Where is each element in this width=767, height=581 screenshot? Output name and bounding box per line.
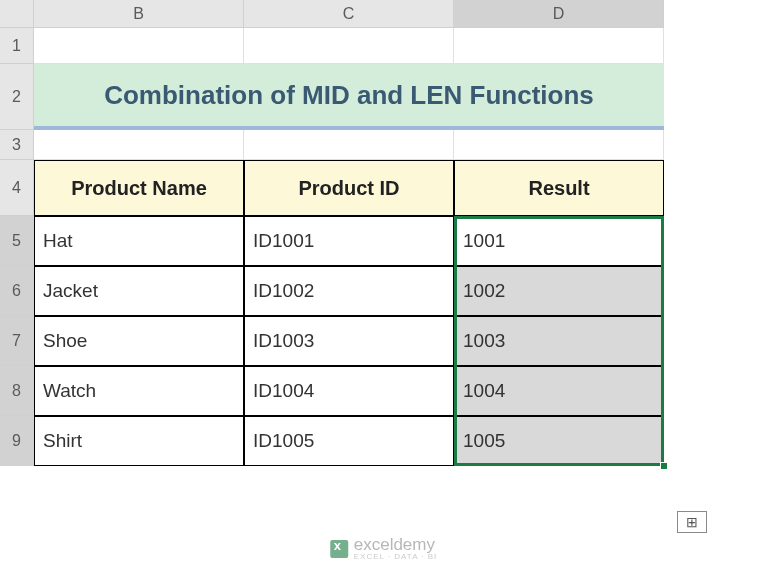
cell-result-4[interactable]: 1005 [454,416,664,466]
row-header-6[interactable]: 6 [0,266,34,316]
header-result[interactable]: Result [454,160,664,216]
row-header-7[interactable]: 7 [0,316,34,366]
row-header-5[interactable]: 5 [0,216,34,266]
row-header-1[interactable]: 1 [0,28,34,64]
row-header-9[interactable]: 9 [0,416,34,466]
watermark-text: exceldemy [354,536,438,553]
row-header-4[interactable]: 4 [0,160,34,216]
cell-d1[interactable] [454,28,664,64]
row-header-8[interactable]: 8 [0,366,34,416]
cell-result-2[interactable]: 1003 [454,316,664,366]
cell-product-id-0[interactable]: ID1001 [244,216,454,266]
header-product-name[interactable]: Product Name [34,160,244,216]
header-product-id[interactable]: Product ID [244,160,454,216]
col-header-d[interactable]: D [454,0,664,28]
cell-product-id-2[interactable]: ID1003 [244,316,454,366]
watermark-subtext: EXCEL · DATA · BI [354,553,438,561]
cell-product-name-4[interactable]: Shirt [34,416,244,466]
cell-c3[interactable] [244,130,454,160]
cell-result-1[interactable]: 1002 [454,266,664,316]
title-cell[interactable]: Combination of MID and LEN Functions [34,64,664,130]
cell-result-0[interactable]: 1001 [454,216,664,266]
cell-product-id-4[interactable]: ID1005 [244,416,454,466]
spreadsheet-grid: B C D 1 2 Combination of MID and LEN Fun… [0,0,767,466]
row-header-3[interactable]: 3 [0,130,34,160]
cell-product-name-1[interactable]: Jacket [34,266,244,316]
cell-d3[interactable] [454,130,664,160]
cell-product-id-1[interactable]: ID1002 [244,266,454,316]
watermark-text-block: exceldemy EXCEL · DATA · BI [354,536,438,561]
cell-product-name-2[interactable]: Shoe [34,316,244,366]
watermark-logo-icon [330,540,348,558]
fill-handle[interactable] [660,462,668,470]
col-header-c[interactable]: C [244,0,454,28]
cell-c1[interactable] [244,28,454,64]
row-header-2[interactable]: 2 [0,64,34,130]
cell-result-3[interactable]: 1004 [454,366,664,416]
cell-b1[interactable] [34,28,244,64]
autofill-options-icon[interactable] [677,511,707,533]
cell-product-name-0[interactable]: Hat [34,216,244,266]
cell-b3[interactable] [34,130,244,160]
watermark: exceldemy EXCEL · DATA · BI [330,536,438,561]
col-header-b[interactable]: B [34,0,244,28]
cell-product-name-3[interactable]: Watch [34,366,244,416]
select-all-corner[interactable] [0,0,34,28]
cell-product-id-3[interactable]: ID1004 [244,366,454,416]
